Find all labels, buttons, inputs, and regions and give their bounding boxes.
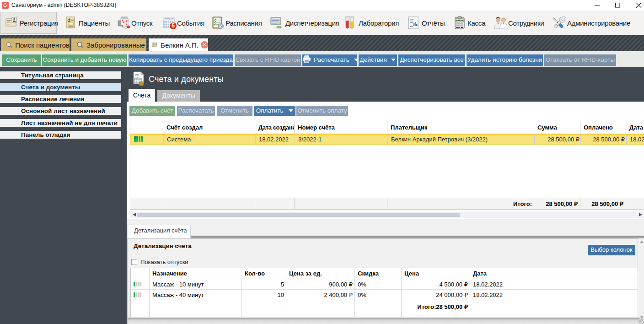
svg-text:January 2010: January 2010 <box>165 18 174 20</box>
